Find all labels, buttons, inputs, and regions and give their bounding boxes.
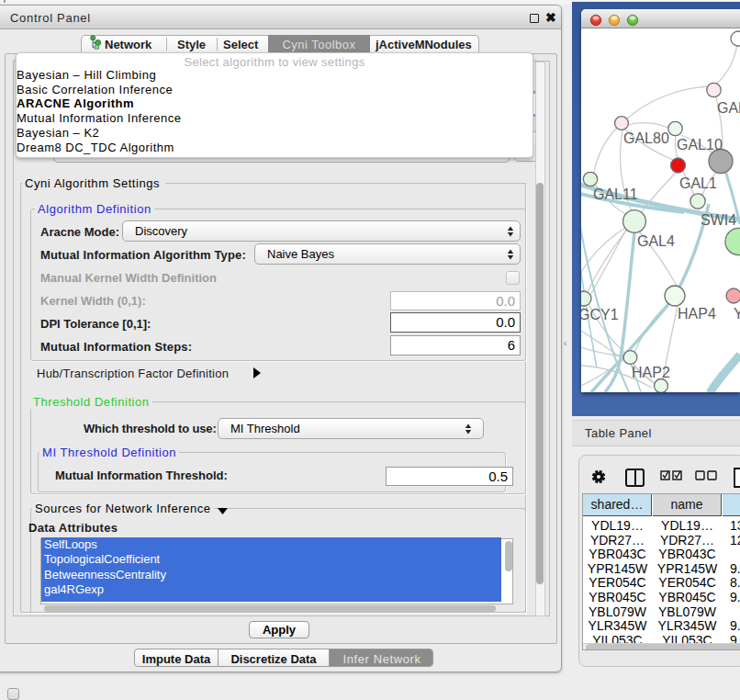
svg-text:SWI4: SWI4 bbox=[701, 212, 736, 228]
svg-text:HAP4: HAP4 bbox=[678, 306, 716, 322]
svg-text:GAL1: GAL1 bbox=[679, 175, 717, 191]
svg-text:GAL11: GAL11 bbox=[593, 186, 638, 202]
svg-text:GAL8: GAL8 bbox=[717, 100, 740, 116]
svg-text:GCY1: GCY1 bbox=[581, 307, 619, 322]
svg-text:GAL10: GAL10 bbox=[677, 137, 723, 152]
svg-text:GAL80: GAL80 bbox=[623, 130, 669, 146]
svg-text:YD: YD bbox=[734, 306, 740, 322]
svg-text:HAP2: HAP2 bbox=[632, 365, 670, 380]
svg-text:GAL4: GAL4 bbox=[637, 233, 675, 249]
